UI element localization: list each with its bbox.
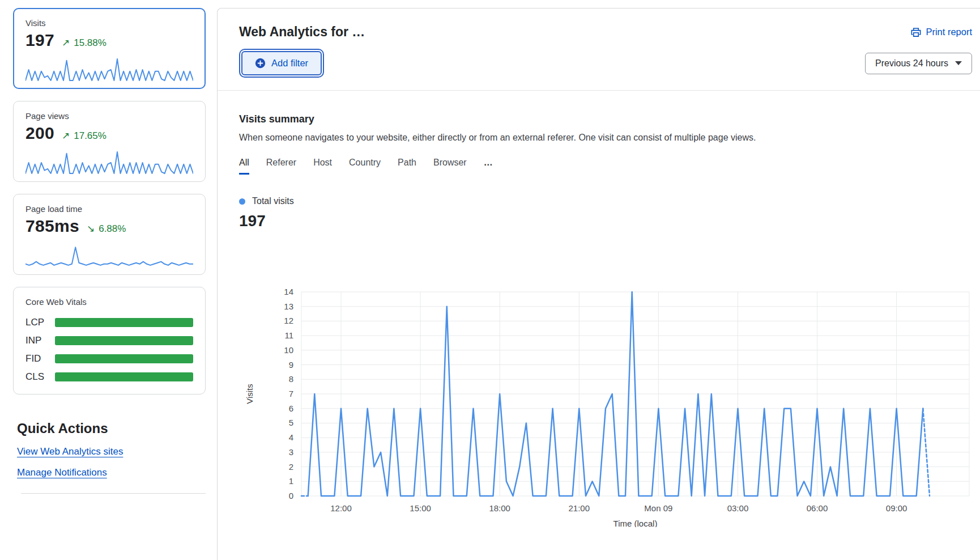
metrics-sidebar: Visits 197 ↗ 15.88% Page views 200 ↗ 17.… [13,8,206,560]
cwv-label: FID [25,353,55,364]
trend-down-arrow-icon: ↘ [87,223,95,235]
add-filter-label: Add filter [271,58,308,69]
cwv-label: INP [25,335,55,346]
svg-text:6: 6 [289,404,293,413]
trend-up-arrow-icon: ↗ [62,37,70,49]
svg-text:06:00: 06:00 [807,503,828,513]
trend-up-arrow-icon: ↗ [62,130,70,142]
svg-text:8: 8 [289,374,293,384]
svg-text:2: 2 [289,462,293,472]
svg-text:0: 0 [289,491,293,500]
svg-text:4: 4 [289,432,293,442]
metric-label: Page views [25,111,193,121]
visits-sparkline [25,57,193,82]
core-web-vitals-title: Core Web Vitals [25,297,193,307]
tab-browser[interactable]: Browser [433,158,467,175]
dimension-tabs: All Referer Host Country Path Browser … [239,158,972,175]
svg-text:7: 7 [289,389,293,398]
metric-value: 197 [25,31,54,50]
svg-text:21:00: 21:00 [569,503,590,513]
cwv-label: LCP [25,317,55,328]
trend-value: 17.65% [74,130,106,142]
metric-card-page-views[interactable]: Page views 200 ↗ 17.65% [13,101,206,182]
metric-card-visits[interactable]: Visits 197 ↗ 15.88% [13,8,206,89]
chart-legend: Total visits [239,196,972,206]
page-load-sparkline [25,243,193,268]
svg-text:12:00: 12:00 [330,503,352,513]
core-web-vitals-card[interactable]: Core Web Vitals LCP INP FID CLS [13,287,206,394]
sidebar-divider [21,493,206,494]
visits-summary-description: When someone navigates to your website, … [239,133,972,143]
metric-value: 200 [25,124,54,143]
time-period-dropdown[interactable]: Previous 24 hours [865,53,972,74]
view-web-analytics-sites-link[interactable]: View Web Analytics sites [17,446,206,457]
visits-summary-title: Visits summary [239,113,972,125]
svg-text:5: 5 [289,418,293,427]
cwv-label: CLS [25,371,55,383]
time-period-value: Previous 24 hours [875,58,948,69]
quick-actions-section: Quick Actions View Web Analytics sites M… [13,421,206,494]
svg-text:12: 12 [284,316,293,325]
printer-icon [911,27,921,37]
page-title: Web Analytics for … [239,24,365,40]
page-views-sparkline [25,150,193,175]
quick-actions-title: Quick Actions [17,421,206,436]
tab-path[interactable]: Path [398,158,416,175]
svg-text:Time (local): Time (local) [613,519,658,527]
visits-chart: 0123456789101112131412:0015:0018:0021:00… [239,232,972,527]
legend-label: Total visits [252,196,294,206]
cwv-row-fid: FID [25,353,193,364]
trend-value: 6.88% [99,223,126,235]
cwv-bar-fid [55,354,193,363]
legend-dot-icon [239,198,245,205]
add-filter-button[interactable]: Add filter [241,51,322,75]
svg-text:15:00: 15:00 [410,503,431,513]
tab-host[interactable]: Host [313,158,332,175]
total-visits-value: 197 [239,212,972,230]
svg-text:03:00: 03:00 [727,503,749,513]
metric-label: Visits [25,18,193,28]
visits-line-chart: 0123456789101112131412:0015:0018:0021:00… [239,232,972,527]
analytics-panel: Web Analytics for … Print report Add fil… [217,8,980,560]
cwv-row-cls: CLS [25,371,193,383]
tab-referer[interactable]: Referer [266,158,296,175]
tab-all[interactable]: All [239,158,249,175]
print-report-label: Print report [926,27,972,37]
metric-value: 785ms [25,217,79,236]
cwv-row-lcp: LCP [25,317,193,328]
chevron-down-icon [955,61,962,65]
cwv-bar-inp [55,336,193,345]
svg-text:14: 14 [284,287,293,296]
svg-text:9: 9 [289,360,293,370]
panel-header: Web Analytics for … Print report Add fil… [218,9,980,90]
metric-label: Page load time [25,204,193,214]
cwv-bar-lcp [55,318,193,327]
svg-text:13: 13 [284,302,293,311]
svg-text:10: 10 [284,345,293,355]
web-analytics-dashboard: Visits 197 ↗ 15.88% Page views 200 ↗ 17.… [0,0,980,560]
tab-country[interactable]: Country [349,158,381,175]
cwv-bar-cls [55,372,193,381]
svg-text:11: 11 [284,330,293,340]
trend-value: 15.88% [74,37,106,49]
svg-text:09:00: 09:00 [886,503,907,513]
manage-notifications-link[interactable]: Manage Notifications [17,467,206,478]
metric-card-page-load-time[interactable]: Page load time 785ms ↘ 6.88% [13,194,206,275]
more-tabs-ellipsis-icon[interactable]: … [484,158,494,175]
svg-text:1: 1 [289,476,293,486]
visits-summary-section: Visits summary When someone navigates to… [218,91,980,527]
svg-text:3: 3 [289,447,293,457]
cwv-row-inp: INP [25,335,193,346]
svg-text:18:00: 18:00 [489,503,510,513]
svg-text:Mon 09: Mon 09 [644,503,672,513]
plus-circle-icon [255,58,266,69]
print-report-link[interactable]: Print report [911,27,972,37]
svg-text:Visits: Visits [245,384,254,404]
